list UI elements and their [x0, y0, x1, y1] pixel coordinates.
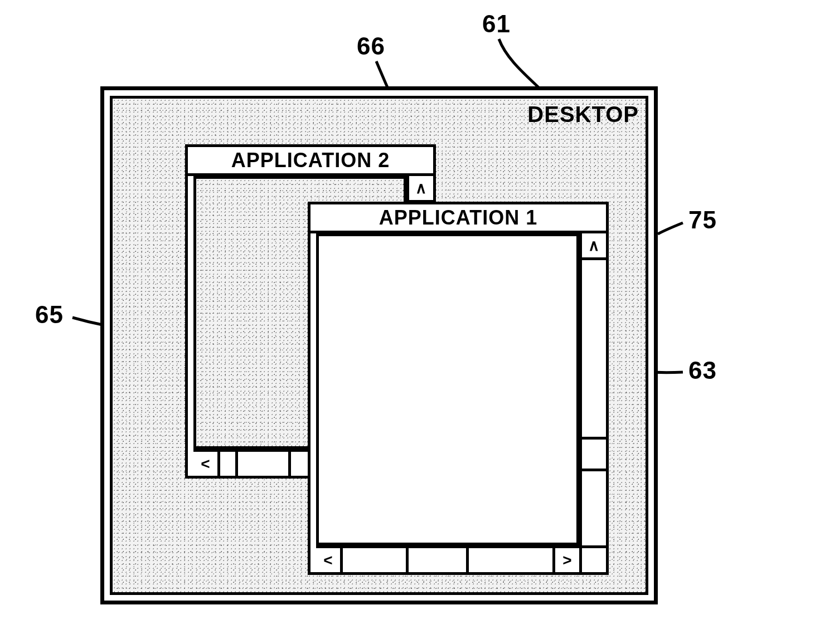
- window-1-vscroll-thumb[interactable]: [582, 437, 606, 471]
- window-1-vscroll-track[interactable]: [582, 260, 606, 545]
- window-1-titlebar[interactable]: APPLICATION 1: [311, 204, 606, 233]
- window-2-hscroll-thumb[interactable]: [235, 452, 291, 476]
- window-application-1[interactable]: APPLICATION 1 ∧ < >: [308, 202, 609, 575]
- scroll-right-icon[interactable]: >: [552, 548, 579, 572]
- window-1-title: APPLICATION 1: [379, 206, 537, 230]
- window-1-vscrollbar[interactable]: ∧: [579, 233, 606, 545]
- screen-frame: DESKTOP APPLICATION 2 ∧ <: [100, 86, 658, 604]
- window-1-content[interactable]: [316, 233, 579, 545]
- scroll-left-icon[interactable]: <: [193, 452, 220, 476]
- window-1-client: ∧ < >: [311, 233, 606, 572]
- scroll-up-icon[interactable]: ∧: [409, 176, 433, 203]
- scroll-left-icon[interactable]: <: [316, 548, 343, 572]
- window-1-hscroll-thumb[interactable]: [406, 548, 469, 572]
- window-1-resize-corner[interactable]: [579, 545, 606, 572]
- desktop-label: DESKTOP: [527, 102, 639, 127]
- scroll-up-icon[interactable]: ∧: [582, 233, 606, 260]
- window-2-title: APPLICATION 2: [231, 149, 390, 172]
- window-1-hscrollbar[interactable]: < >: [316, 545, 579, 572]
- desktop[interactable]: DESKTOP APPLICATION 2 ∧ <: [110, 96, 648, 595]
- window-1-hscroll-track[interactable]: [343, 548, 552, 572]
- figure-canvas: 61 66 75 65 63 DESKTOP APPLICATION 2: [0, 0, 815, 644]
- window-2-titlebar[interactable]: APPLICATION 2: [188, 147, 433, 176]
